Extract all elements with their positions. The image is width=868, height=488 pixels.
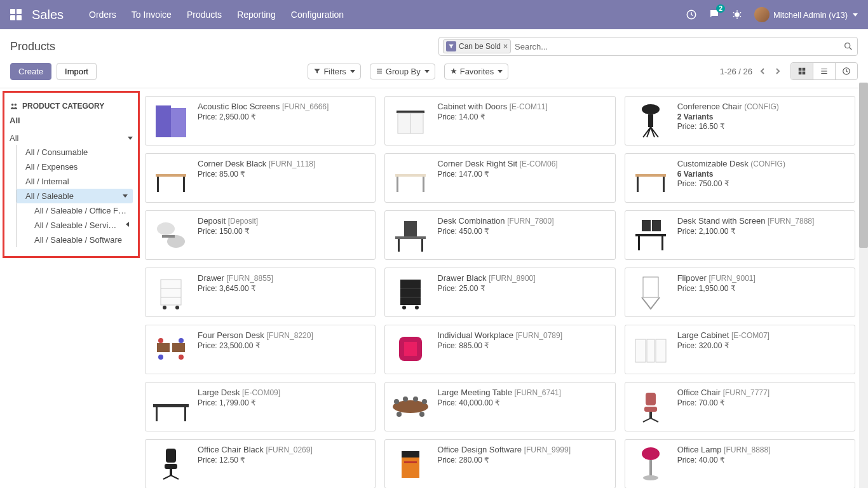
product-title: Drawer [FURN_8855]	[198, 273, 369, 283]
view-switcher	[790, 62, 858, 80]
product-card[interactable]: Four Person Desk [FURN_8220] Price: 23,5…	[145, 325, 376, 374]
product-card[interactable]: Deposit [Deposit] Price: 150.00	[145, 210, 376, 260]
product-card[interactable]: Individual Workplace [FURN_0789] Price: …	[384, 325, 615, 374]
product-body: Large Desk [E-COM09] Price: 1,799.00	[198, 388, 369, 426]
app-brand[interactable]: Sales	[32, 8, 64, 22]
product-card[interactable]: Office Chair Black [FURN_0269] Price: 12…	[145, 439, 376, 488]
product-ref: [E-COM11]	[510, 102, 548, 111]
product-price: Price: 85.00	[198, 170, 369, 179]
sidebar-root[interactable]: All	[10, 132, 133, 145]
product-card[interactable]: Flipover [FURN_9001] Price: 1,950.00	[625, 268, 855, 317]
caret-down-icon	[853, 13, 858, 17]
clock-icon[interactable]	[686, 9, 697, 20]
nav-configuration[interactable]: Configuration	[291, 10, 344, 20]
scrollbar[interactable]	[859, 83, 868, 488]
sidebar-all[interactable]: All	[10, 116, 133, 125]
product-image	[390, 159, 431, 198]
user-name: Mitchell Admin (v13)	[773, 10, 848, 20]
product-ref: [E-COM09]	[242, 388, 280, 397]
search-bar[interactable]: Can be Sold ×	[438, 37, 858, 56]
sidebar-item[interactable]: All / Expenses	[16, 159, 133, 174]
pager-prev[interactable]	[757, 66, 768, 76]
product-ref: [FURN_1118]	[269, 159, 315, 168]
product-card[interactable]: Customizable Desk (CONFIG) 6 Variants Pr…	[625, 153, 855, 203]
sidebar-item[interactable]: All / Internal	[16, 174, 133, 189]
view-activity[interactable]	[836, 63, 857, 79]
nav-right: 2 Mitchell Admin (v13)	[686, 7, 858, 22]
product-image	[630, 445, 671, 484]
view-kanban[interactable]	[791, 63, 813, 79]
avatar	[754, 7, 770, 22]
product-body: Office Lamp [FURN_8888] Price: 40.00	[677, 445, 848, 483]
product-image	[390, 330, 431, 370]
product-card[interactable]: Large Cabinet [E-COM07] Price: 320.00	[625, 325, 855, 374]
search-icon[interactable]	[843, 41, 853, 51]
product-ref: [FURN_8900]	[489, 274, 535, 283]
product-image	[390, 102, 431, 141]
sidebar-title: PRODUCT CATEGORY	[10, 102, 133, 111]
debug-icon[interactable]	[731, 9, 743, 20]
nav-reporting[interactable]: Reporting	[237, 10, 276, 20]
product-title: Office Chair [FURN_7777]	[677, 388, 848, 397]
product-ref: [Deposit]	[228, 217, 258, 226]
product-price: Price: 150.00	[198, 227, 369, 236]
product-body: Customizable Desk (CONFIG) 6 Variants Pr…	[677, 159, 848, 197]
view-list[interactable]	[813, 63, 836, 79]
product-body: Corner Desk Black [FURN_1118] Price: 85.…	[198, 159, 369, 197]
product-card[interactable]: Office Chair [FURN_7777] Price: 70.00	[625, 382, 855, 431]
product-image	[151, 159, 191, 198]
caret-down-icon	[128, 137, 133, 140]
search-input[interactable]	[515, 42, 843, 51]
sidebar-item[interactable]: All / Consumable	[16, 145, 133, 159]
product-price: Price: 750.00	[677, 179, 848, 188]
product-card[interactable]: Cabinet with Doors [E-COM11] Price: 14.0…	[384, 96, 615, 146]
product-card[interactable]: Acoustic Bloc Screens [FURN_6666] Price:…	[145, 96, 376, 146]
create-button[interactable]: Create	[10, 63, 51, 80]
sidebar-sub-item[interactable]: All / Saleable / Office F…	[16, 203, 133, 218]
sidebar-sub-item[interactable]: All / Saleable / Servi…	[16, 218, 133, 233]
product-title: Large Meeting Table [FURN_6741]	[437, 388, 608, 397]
user-menu[interactable]: Mitchell Admin (v13)	[754, 7, 858, 22]
product-card[interactable]: Corner Desk Black [FURN_1118] Price: 85.…	[145, 153, 376, 203]
product-card[interactable]: Drawer Black [FURN_8900] Price: 25.00	[384, 268, 615, 317]
sidebar-item-label: All / Internal	[25, 177, 69, 186]
product-price: Price: 885.00	[437, 341, 608, 350]
product-image	[151, 330, 191, 370]
filters-dropdown[interactable]: Filters	[308, 64, 360, 79]
product-body: Four Person Desk [FURN_8220] Price: 23,5…	[198, 330, 369, 369]
product-card[interactable]: Drawer [FURN_8855] Price: 3,645.00	[145, 268, 376, 317]
product-card[interactable]: Conference Chair (CONFIG) 2 Variants Pri…	[625, 96, 855, 146]
search-facet: Can be Sold ×	[443, 39, 511, 53]
nav-orders[interactable]: Orders	[89, 10, 116, 20]
pager-next[interactable]	[773, 66, 783, 76]
sidebar-item[interactable]: All / Saleable	[16, 189, 133, 203]
product-card[interactable]: Desk Stand with Screen [FURN_7888] Price…	[625, 210, 855, 260]
product-card[interactable]: Large Meeting Table [FURN_6741] Price: 4…	[384, 382, 615, 431]
groupby-dropdown[interactable]: Group By	[370, 64, 435, 79]
product-card[interactable]: Office Design Software [FURN_9999] Price…	[384, 439, 615, 488]
product-card[interactable]: Desk Combination [FURN_7800] Price: 450.…	[384, 210, 615, 260]
product-body: Desk Stand with Screen [FURN_7888] Price…	[677, 216, 848, 254]
import-button[interactable]: Import	[57, 63, 97, 80]
chat-icon[interactable]: 2	[709, 8, 720, 22]
svg-point-1	[735, 12, 740, 17]
facet-remove[interactable]: ×	[503, 42, 508, 51]
product-card[interactable]: Large Desk [E-COM09] Price: 1,799.00	[145, 382, 376, 431]
product-image	[390, 216, 431, 255]
pager-value[interactable]: 1-26 / 26	[720, 67, 752, 76]
apps-icon[interactable]	[10, 9, 22, 20]
svg-rect-3	[799, 68, 802, 71]
product-body: Acoustic Bloc Screens [FURN_6666] Price:…	[198, 102, 369, 140]
product-card[interactable]: Office Lamp [FURN_8888] Price: 40.00	[625, 439, 855, 488]
product-body: Drawer Black [FURN_8900] Price: 25.00	[437, 273, 608, 311]
nav-products[interactable]: Products	[187, 10, 222, 20]
product-title: Corner Desk Right Sit [E-COM06]	[437, 159, 608, 168]
scrollbar-thumb[interactable]	[859, 83, 868, 248]
favorites-dropdown[interactable]: Favorites	[444, 64, 508, 79]
sidebar-sub-item[interactable]: All / Saleable / Software	[16, 233, 133, 247]
product-price: Price: 25.00	[437, 284, 608, 293]
product-body: Cabinet with Doors [E-COM11] Price: 14.0…	[437, 102, 608, 140]
nav-to-invoice[interactable]: To Invoice	[132, 10, 172, 20]
product-title: Large Desk [E-COM09]	[198, 388, 369, 397]
product-card[interactable]: Corner Desk Right Sit [E-COM06] Price: 1…	[384, 153, 615, 203]
